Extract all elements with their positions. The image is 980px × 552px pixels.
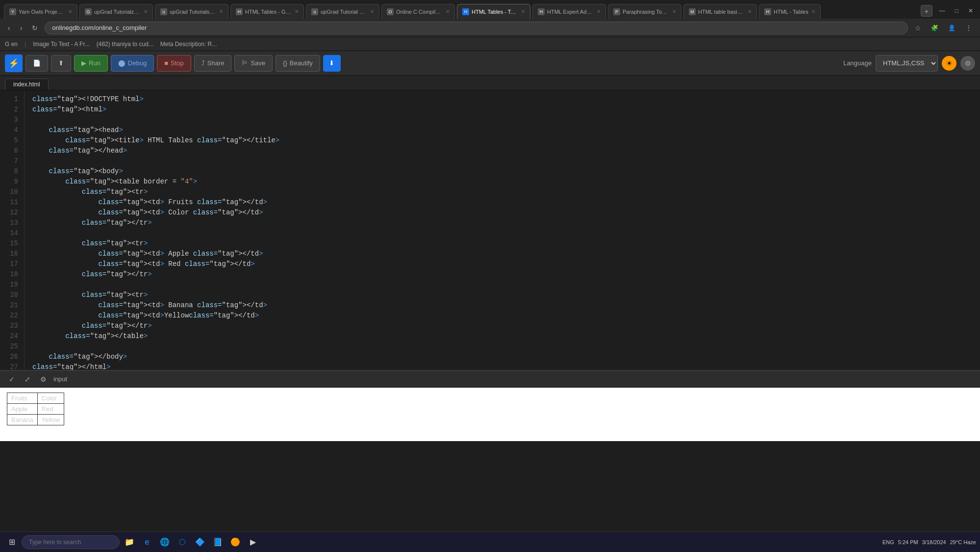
taskbar-file-explorer[interactable]: 📁 xyxy=(122,534,137,550)
bookmark-button[interactable]: ☆ xyxy=(912,22,924,34)
browser-tab-10[interactable]: HHTML - Tables✕ xyxy=(759,4,821,19)
line-number-4: 4 xyxy=(4,125,18,135)
download-button[interactable]: ⬇ xyxy=(323,55,341,72)
code-line-5: class="tag"><title> HTML Tables class="t… xyxy=(32,135,972,146)
editor-container: 1234567891011121314151617181920212223242… xyxy=(0,90,980,370)
table-cell: Banana xyxy=(7,415,38,425)
line-number-5: 5 xyxy=(4,135,18,146)
taskbar-terminal[interactable]: ▶ xyxy=(245,534,261,550)
browser-tab-9[interactable]: MHTML table basics - Lear...✕ xyxy=(683,4,757,19)
browser-tab-5[interactable]: OOnline C Compiler - onlin...✕ xyxy=(381,4,455,19)
code-line-20: class="tag"><tr> xyxy=(32,290,972,300)
browser-tab-2[interactable]: uupGrad Tutorials: The Ul...✕ xyxy=(155,4,228,19)
code-line-3 xyxy=(32,115,972,125)
language-select[interactable]: HTML,JS,CSS C C++ Python xyxy=(876,55,938,72)
code-line-16: class="tag"><td> Apple class="tag"></td> xyxy=(32,249,972,259)
taskbar-app1[interactable]: 🔷 xyxy=(192,534,208,550)
taskbar-right: ENG 5:24 PM 3/18/2024 29°C Haze xyxy=(882,539,976,545)
close-button[interactable]: ✕ xyxy=(965,5,976,16)
taskbar-chrome[interactable]: 🌐 xyxy=(157,534,173,550)
share-button[interactable]: ⤴ Share xyxy=(194,55,232,72)
start-button[interactable]: ⊞ xyxy=(4,534,20,550)
code-line-6: class="tag"></head> xyxy=(32,146,972,156)
taskbar-weather: 29°C Haze xyxy=(950,539,976,545)
code-line-14 xyxy=(32,228,972,238)
taskbar-app2[interactable]: 📘 xyxy=(210,534,226,550)
table-cell: Yellow xyxy=(37,415,64,425)
code-line-13: class="tag"></tr> xyxy=(32,218,972,228)
run-icon: ▶ xyxy=(81,59,86,67)
line-number-3: 3 xyxy=(4,115,18,125)
code-line-8: class="tag"><body> xyxy=(32,166,972,177)
bookmark-1[interactable]: G en xyxy=(5,41,18,48)
taskbar-vscode[interactable]: ⬡ xyxy=(175,534,190,550)
save-button[interactable]: 🏳 Save xyxy=(234,55,273,72)
theme-button[interactable]: ☀ xyxy=(942,56,956,71)
output-expand-button[interactable]: ⤢ xyxy=(22,374,33,384)
save-label: Save xyxy=(251,59,265,67)
bookmark-4[interactable]: Meta Description: R... xyxy=(160,41,217,48)
browser-tab-8[interactable]: PParaphrasing Tool - Quil...✕ xyxy=(608,4,681,19)
code-line-1: class="tag"><!DOCTYPE html> xyxy=(32,94,972,105)
minimize-button[interactable]: — xyxy=(936,5,948,16)
code-line-9: class="tag"><table border = "4"> xyxy=(32,177,972,187)
line-number-21: 21 xyxy=(4,300,18,311)
refresh-button[interactable]: ↻ xyxy=(29,22,41,34)
browser-tab-7[interactable]: HHTML Expert Advice✕ xyxy=(532,4,606,19)
line-number-25: 25 xyxy=(4,342,18,352)
run-button[interactable]: ▶ Run xyxy=(74,55,108,72)
browser-tab-0[interactable]: YYarn Owls Projects - Goo...✕ xyxy=(4,4,77,19)
file-tabs: index.html xyxy=(0,76,980,90)
output-settings-button[interactable]: ⚙ xyxy=(37,374,50,384)
menu-button[interactable]: ⋮ xyxy=(962,22,975,34)
line-number-14: 14 xyxy=(4,228,18,238)
taskbar: ⊞ 📁 e 🌐 ⬡ 🔷 📘 🟠 ▶ ENG 5:24 PM 3/18/2024 … xyxy=(0,531,980,552)
file-tab-label: index.html xyxy=(13,81,40,88)
code-line-12: class="tag"><td> Color class="tag"></td> xyxy=(32,208,972,218)
address-input[interactable] xyxy=(45,22,908,34)
line-number-24: 24 xyxy=(4,331,18,342)
beautify-button[interactable]: {} Beautify xyxy=(276,55,320,72)
upload-button[interactable]: ⬆ xyxy=(51,55,71,72)
debug-button[interactable]: ⬤ Debug xyxy=(111,55,154,72)
taskbar-app3[interactable]: 🟠 xyxy=(227,534,243,550)
table-cell: Color xyxy=(37,393,64,404)
bookmark-3[interactable]: (482) thaniya to cud... xyxy=(97,41,153,48)
code-line-19 xyxy=(32,280,972,290)
maximize-button[interactable]: □ xyxy=(952,5,961,16)
browser-tab-6[interactable]: HHTML Tables - Table Tu...✕ xyxy=(457,4,530,19)
stop-button[interactable]: ■ Stop xyxy=(157,55,191,72)
forward-button[interactable]: › xyxy=(17,22,25,34)
line-number-22: 22 xyxy=(4,311,18,321)
browser-tab-4[interactable]: uupGrad Tutorial HTML Ta...✕ xyxy=(306,4,379,19)
new-tab-button[interactable]: + xyxy=(921,5,932,17)
output-collapse-button[interactable]: ✓ xyxy=(6,374,18,384)
bookmarks-bar: G en | Image To Text - A Fr... (482) tha… xyxy=(0,37,980,51)
stop-label: Stop xyxy=(171,59,184,67)
browser-tab-3[interactable]: HHTML Tables - Google D...✕ xyxy=(230,4,304,19)
line-number-2: 2 xyxy=(4,105,18,115)
bookmark-2[interactable]: Image To Text - A Fr... xyxy=(33,41,90,48)
new-file-button[interactable]: 📄 xyxy=(25,55,48,72)
code-line-21: class="tag"><td> Banana class="tag"></td… xyxy=(32,300,972,311)
line-number-7: 7 xyxy=(4,156,18,166)
back-button[interactable]: ‹ xyxy=(5,22,13,34)
code-line-22: class="tag"><td>Yellowclass="tag"></td> xyxy=(32,311,972,321)
line-numbers: 1234567891011121314151617181920212223242… xyxy=(0,90,25,370)
download-icon: ⬇ xyxy=(329,59,334,67)
table-row: AppleRed xyxy=(7,404,64,415)
settings-button[interactable]: ⚙ xyxy=(960,56,975,71)
code-area[interactable]: class="tag"><!DOCTYPE html>class="tag"><… xyxy=(25,90,980,370)
logo-button[interactable]: ⚡ xyxy=(5,54,23,72)
extensions-button[interactable]: 🧩 xyxy=(928,23,941,33)
table-row: FruitsColor xyxy=(7,393,64,404)
file-tab-index[interactable]: index.html xyxy=(5,79,49,90)
browser-tab-1[interactable]: GupGrad Tutorialz - Googl...✕ xyxy=(79,4,153,19)
line-number-27: 27 xyxy=(4,362,18,370)
line-number-12: 12 xyxy=(4,208,18,218)
line-number-13: 13 xyxy=(4,218,18,228)
taskbar-search[interactable] xyxy=(22,535,120,549)
code-line-25 xyxy=(32,342,972,352)
taskbar-edge[interactable]: e xyxy=(139,534,155,550)
profile-button[interactable]: 👤 xyxy=(945,23,958,33)
